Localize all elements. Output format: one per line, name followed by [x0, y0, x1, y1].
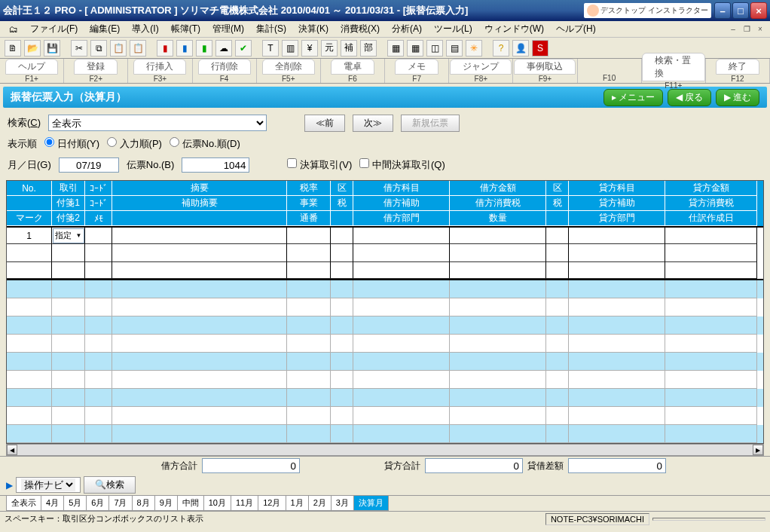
menu-item[interactable]: 帳簿(T)	[165, 22, 206, 35]
grid-cell[interactable]	[546, 407, 569, 425]
grid-cell[interactable]	[7, 298, 52, 316]
grid-cell[interactable]	[331, 280, 353, 298]
grid-cell[interactable]	[331, 244, 353, 262]
grid-cell[interactable]	[52, 425, 85, 443]
back-button[interactable]: ◀戻る	[668, 89, 711, 106]
grid-cell[interactable]	[353, 335, 450, 353]
grid-cell[interactable]	[450, 353, 546, 371]
tb-ledger-icon[interactable]: ▥	[282, 40, 298, 57]
grid-cell[interactable]	[569, 316, 665, 335]
grid-cell[interactable]	[112, 425, 287, 443]
grid-cell[interactable]	[353, 389, 450, 407]
grid-cell[interactable]	[546, 298, 569, 316]
month-tab[interactable]: 決算月	[353, 496, 389, 511]
month-tab[interactable]: 9月	[154, 496, 178, 511]
month-tab[interactable]: 7月	[108, 496, 132, 511]
grid-cell[interactable]	[546, 425, 569, 443]
grid-cell[interactable]	[665, 335, 757, 353]
grid-cell[interactable]	[112, 389, 287, 407]
new-voucher-button[interactable]: 新規伝票	[401, 115, 460, 132]
grid-cell[interactable]	[450, 425, 546, 443]
tb-s-icon[interactable]: S	[532, 40, 548, 57]
grid-cell[interactable]	[112, 335, 287, 353]
month-tab[interactable]: 全表示	[6, 496, 41, 511]
grid-cell[interactable]	[85, 280, 112, 298]
prev-button[interactable]: ≪前	[304, 115, 345, 132]
tb-split-icon[interactable]: ◫	[426, 40, 443, 57]
menu-item[interactable]: ウィンドウ(W)	[478, 22, 550, 35]
grid-cell[interactable]	[665, 407, 757, 425]
grid-cell[interactable]	[52, 389, 85, 407]
grid-cell[interactable]	[85, 389, 112, 407]
grid-cell[interactable]	[112, 244, 287, 262]
grid-cell[interactable]	[112, 298, 287, 316]
grid-cell[interactable]	[665, 353, 757, 371]
grid-cell[interactable]	[665, 316, 757, 335]
grid-cell[interactable]	[331, 353, 353, 371]
nav-search-button[interactable]: 🔍検索	[84, 476, 136, 494]
grid-cell[interactable]	[569, 425, 665, 443]
h-scrollbar[interactable]: ◀▶	[6, 444, 764, 456]
month-tab[interactable]: 3月	[331, 496, 354, 511]
month-tab[interactable]: 11月	[231, 496, 258, 511]
order-date[interactable]: 日付順(Y)	[44, 137, 99, 151]
grid-cell[interactable]	[85, 353, 112, 371]
grid-cell[interactable]	[52, 407, 85, 425]
grid-cell[interactable]	[112, 280, 287, 298]
menu-item[interactable]: 決算(K)	[292, 22, 335, 35]
grid-cell[interactable]	[52, 335, 85, 353]
grid-cell[interactable]	[287, 407, 331, 425]
grid-cell[interactable]	[52, 244, 85, 262]
grid-cell[interactable]	[287, 262, 331, 279]
tb-t-icon[interactable]: T	[262, 40, 279, 57]
menu-item[interactable]: ファイル(F)	[24, 22, 84, 35]
minimize-button[interactable]: –	[714, 2, 731, 19]
month-tab[interactable]: 4月	[41, 496, 64, 511]
grid-cell[interactable]	[287, 280, 331, 298]
grid-cell[interactable]	[546, 262, 569, 279]
grid-cell[interactable]	[331, 316, 353, 335]
tb-help-icon[interactable]: ?	[493, 40, 509, 57]
month-tab[interactable]: 10月	[203, 496, 231, 511]
grid-cell[interactable]	[287, 353, 331, 371]
grid-cell[interactable]	[353, 280, 450, 298]
grid-cell[interactable]	[353, 407, 450, 425]
grid-cell[interactable]	[569, 298, 665, 316]
grid-cell[interactable]	[569, 280, 665, 298]
next-button[interactable]: 次≫	[353, 115, 393, 132]
grid-cell[interactable]	[287, 335, 331, 353]
grid-cell[interactable]	[7, 316, 52, 335]
grid-cell[interactable]	[569, 353, 665, 371]
tb-grid2-icon[interactable]: ▦	[407, 40, 423, 57]
grid-cell[interactable]	[85, 298, 112, 316]
grid-cell[interactable]	[7, 371, 52, 389]
mdi-minimize[interactable]: –	[727, 24, 739, 35]
fn-key[interactable]: 全削除F5+	[257, 59, 321, 83]
grid-cell[interactable]	[287, 228, 331, 244]
fn-key[interactable]: ヘルプF1+	[0, 59, 64, 83]
fn-key[interactable]: 事例取込F9+	[513, 59, 577, 83]
month-tab[interactable]: 中間	[177, 496, 204, 511]
grid-cell[interactable]	[287, 244, 331, 262]
grid-cell[interactable]	[85, 244, 112, 262]
grid-cell[interactable]	[665, 228, 757, 244]
order-input[interactable]: 入力順(P)	[107, 137, 162, 151]
grid-cell[interactable]	[450, 335, 546, 353]
grid-cell[interactable]: 指定▼	[52, 228, 85, 244]
grid-cell[interactable]	[287, 316, 331, 335]
grid-cell[interactable]	[665, 298, 757, 316]
date-input[interactable]	[59, 157, 119, 173]
grid-cell[interactable]	[450, 228, 546, 244]
grid-cell[interactable]	[450, 280, 546, 298]
grid-cell[interactable]	[112, 353, 287, 371]
grid-cell[interactable]	[112, 407, 287, 425]
fn-key[interactable]: ジャンプF8+	[449, 59, 513, 83]
grid-cell[interactable]	[112, 371, 287, 389]
fn-key[interactable]: 行挿入F3+	[128, 59, 192, 83]
tb-paste-icon[interactable]: 📋	[110, 40, 127, 57]
grid-cell[interactable]	[85, 316, 112, 335]
grid-cell[interactable]	[353, 371, 450, 389]
grid-cell[interactable]	[331, 228, 353, 244]
grid-cell[interactable]	[546, 353, 569, 371]
instructor-hint[interactable]: デスクトップ インストラクター	[584, 3, 711, 18]
